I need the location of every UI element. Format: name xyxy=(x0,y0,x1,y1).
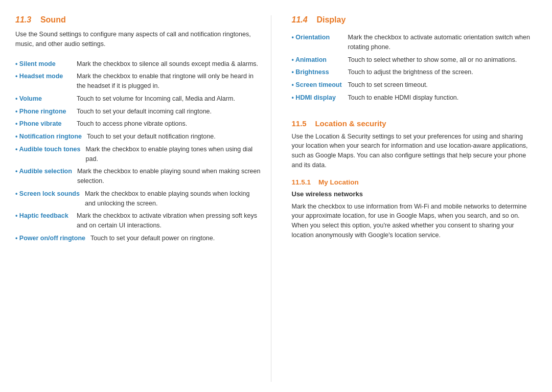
settings-desc: Mark the checkbox to activate vibration … xyxy=(77,211,261,230)
settings-desc: Mark the checkbox to silence all sounds … xyxy=(77,59,258,69)
settings-term: • Volume xyxy=(15,94,77,104)
settings-desc: Mark the checkbox to enable playing soun… xyxy=(77,167,261,186)
settings-term: • Orientation xyxy=(292,33,348,42)
settings-term: • HDMI display xyxy=(292,93,348,103)
settings-desc: Touch to set volume for Incoming call, M… xyxy=(77,94,235,104)
settings-desc: Mark the checkbox to enable playing tone… xyxy=(86,145,261,164)
settings-desc: Mark the checkbox to enable that rington… xyxy=(77,72,261,91)
settings-desc: Touch to set your default notification r… xyxy=(87,132,216,142)
settings-row: • BrightnessTouch to adjust the brightne… xyxy=(292,67,537,77)
settings-desc: Touch to set your default incoming call … xyxy=(77,107,212,117)
settings-row: • Phone vibrateTouch to access phone vib… xyxy=(15,119,261,129)
settings-row: • Haptic feedbackMark the checkbox to ac… xyxy=(15,211,261,230)
display-settings-list: • OrientationMark the checkbox to activa… xyxy=(292,30,537,109)
settings-term: • Silent mode xyxy=(15,59,77,69)
display-section-number: 11.4 xyxy=(292,15,308,24)
location-intro: Use the Location & Security settings to … xyxy=(292,132,537,170)
display-section-heading: 11.4 Display xyxy=(292,15,537,25)
settings-row: • Audible selectionMark the checkbox to … xyxy=(15,167,261,186)
settings-term: • Brightness xyxy=(292,67,348,77)
settings-term: • Haptic feedback xyxy=(15,211,77,221)
settings-row: • VolumeTouch to set volume for Incoming… xyxy=(15,94,261,104)
settings-row: • Headset modeMark the checkbox to enabl… xyxy=(15,72,261,91)
my-location-heading: 11.5.1 My Location xyxy=(292,178,537,186)
settings-row: • Audible touch tonesMark the checkbox t… xyxy=(15,145,261,164)
left-column: 11.3 Sound Use the Sound settings to con… xyxy=(15,15,271,382)
settings-term: • Animation xyxy=(292,55,348,65)
settings-desc: Touch to select whether to show some, al… xyxy=(348,55,517,65)
sound-section-heading: 11.3 Sound xyxy=(15,15,261,25)
use-wireless-desc: Mark the checkbox to use information fro… xyxy=(292,202,537,240)
settings-row: • Notification ringtoneTouch to set your… xyxy=(15,132,261,142)
my-location-title: My Location xyxy=(318,178,359,186)
settings-term: • Phone ringtone xyxy=(15,107,77,117)
settings-term: • Screen timeout xyxy=(292,80,348,90)
right-column: 11.4 Display • OrientationMark the check… xyxy=(287,15,537,382)
settings-term: • Notification ringtone xyxy=(15,132,87,142)
settings-term: • Screen lock sounds xyxy=(15,189,85,199)
use-wireless-heading: Use wireless networks xyxy=(292,190,537,198)
settings-row: • Phone ringtoneTouch to set your defaul… xyxy=(15,107,261,117)
settings-desc: Touch to set your default power on ringt… xyxy=(90,234,215,243)
settings-row: • AnimationTouch to select whether to sh… xyxy=(292,55,537,65)
sound-section-title: Sound xyxy=(40,15,66,24)
settings-row: • Screen lock soundsMark the checkbox to… xyxy=(15,189,261,209)
settings-desc: Touch to adjust the brightness of the sc… xyxy=(348,67,473,77)
display-section-title: Display xyxy=(316,15,346,24)
settings-row: • Screen timeoutTouch to set screen time… xyxy=(292,80,537,90)
settings-term: • Power on/off ringtone xyxy=(15,234,90,243)
settings-row: • HDMI displayTouch to enable HDMI displ… xyxy=(292,93,537,103)
page-container: 11.3 Sound Use the Sound settings to con… xyxy=(0,0,552,392)
settings-row: • Silent modeMark the checkbox to silenc… xyxy=(15,59,261,69)
location-section-heading: 11.5 Location & security xyxy=(292,119,537,128)
settings-row: • Power on/off ringtoneTouch to set your… xyxy=(15,234,261,243)
sound-section-number: 11.3 xyxy=(15,15,31,24)
settings-term: • Headset mode xyxy=(15,72,77,81)
settings-desc: Touch to access phone vibrate options. xyxy=(77,119,187,129)
location-section-number: 11.5 xyxy=(292,119,307,128)
settings-desc: Touch to enable HDMI display function. xyxy=(348,93,459,103)
settings-desc: Mark the checkbox to enable playing soun… xyxy=(85,189,261,209)
sound-section-intro: Use the Sound settings to configure many… xyxy=(15,30,261,49)
my-location-number: 11.5.1 xyxy=(292,178,311,186)
settings-desc: Touch to set screen timeout. xyxy=(348,80,428,90)
sound-settings-list: • Silent modeMark the checkbox to silenc… xyxy=(15,56,261,249)
settings-term: • Audible selection xyxy=(15,167,77,176)
settings-desc: Mark the checkbox to activate automatic … xyxy=(348,33,537,52)
location-section-title: Location & security xyxy=(315,119,386,128)
settings-term: • Audible touch tones xyxy=(15,145,86,154)
settings-term: • Phone vibrate xyxy=(15,119,77,129)
settings-row: • OrientationMark the checkbox to activa… xyxy=(292,33,537,52)
